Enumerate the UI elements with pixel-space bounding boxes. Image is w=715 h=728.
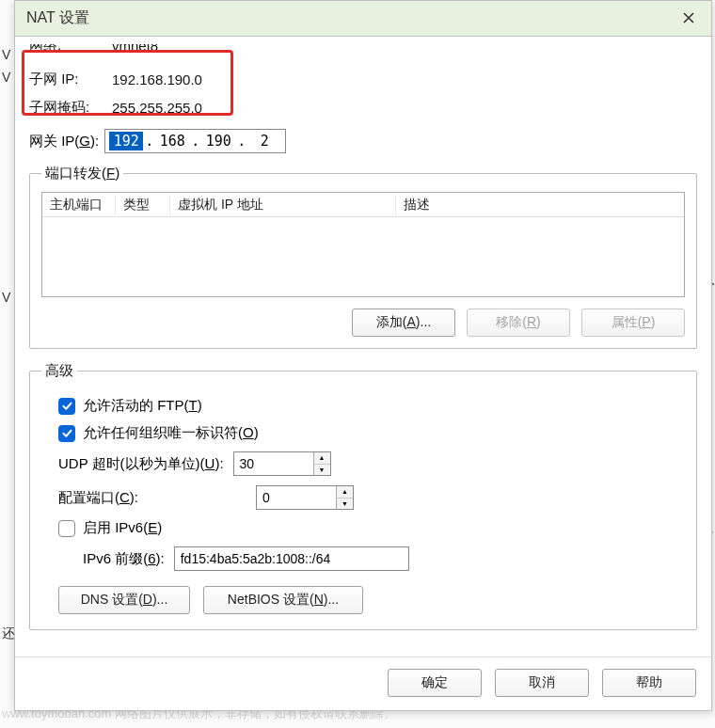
gateway-ip-input[interactable]: 192 . 168 . 190 . 2 (104, 129, 286, 153)
gateway-octet-3[interactable]: 190 (201, 132, 235, 150)
dns-settings-button[interactable]: DNS 设置(D)... (58, 586, 190, 614)
bg-fragment: V (2, 70, 10, 85)
gateway-octet-1[interactable]: 192 (109, 132, 143, 150)
col-vm-ip[interactable]: 虚拟机 IP 地址 (170, 195, 396, 215)
spinner-up-icon[interactable]: ▲ (337, 486, 353, 499)
help-button[interactable]: 帮助 (602, 669, 696, 697)
port-forward-legend: 端口转发(F) (41, 165, 123, 182)
titlebar: NAT 设置 (15, 1, 711, 37)
network-value: vmnet8 (112, 44, 158, 54)
ok-button[interactable]: 确定 (388, 669, 482, 697)
advanced-legend: 高级 (41, 362, 77, 380)
bg-fragment: 还 (2, 625, 15, 642)
ipv6-label: 启用 IPv6(E) (83, 519, 162, 537)
table-header: 主机端口 类型 虚拟机 IP 地址 描述 (42, 193, 684, 217)
subnet-mask-label: 子网掩码: (29, 99, 112, 117)
dialog-title: NAT 设置 (26, 8, 89, 28)
advanced-group: 高级 允许活动的 FTP(T) 允许任何组织唯一标识符(O) (29, 362, 697, 630)
subnet-ip-value: 192.168.190.0 (112, 71, 202, 87)
udp-timeout-label: UDP 超时(以秒为单位)(U): (58, 455, 224, 473)
subnet-mask-value: 255.255.255.0 (112, 100, 202, 116)
oui-checkbox[interactable] (58, 425, 75, 442)
remove-button: 移除(R) (467, 309, 570, 337)
spinner-down-icon[interactable]: ▼ (314, 465, 330, 476)
port-forward-table[interactable]: 主机端口 类型 虚拟机 IP 地址 描述 (41, 192, 685, 297)
col-desc[interactable]: 描述 (396, 195, 684, 215)
config-port-spinner[interactable]: ▲ ▼ (256, 485, 354, 510)
ipv6-checkbox[interactable] (58, 520, 75, 537)
gateway-label: 网关 IP(G): (29, 133, 99, 150)
config-port-label: 配置端口(C): (58, 489, 246, 507)
ipv6-prefix-label: IPv6 前缀(6): (83, 550, 165, 568)
ftp-label: 允许活动的 FTP(T) (83, 397, 202, 415)
port-forward-group: 端口转发(F) 主机端口 类型 虚拟机 IP 地址 描述 添加(A)... 移除… (29, 165, 697, 349)
ipv6-prefix-input[interactable] (174, 546, 409, 571)
bg-fragment: V (2, 290, 10, 305)
oui-label: 允许任何组织唯一标识符(O) (83, 424, 259, 442)
network-row: 网络: vmnet8 (29, 44, 697, 65)
spinner-down-icon[interactable]: ▼ (337, 499, 353, 510)
subnet-ip-row: 子网 IP: 192.168.190.0 (29, 65, 697, 93)
subnet-mask-row: 子网掩码: 255.255.255.0 (29, 93, 697, 121)
cancel-button[interactable]: 取消 (495, 669, 589, 697)
close-icon[interactable] (677, 9, 700, 28)
col-type[interactable]: 类型 (116, 195, 170, 215)
ftp-checkbox[interactable] (58, 398, 75, 415)
bg-fragment: V (2, 47, 10, 62)
nat-settings-dialog: NAT 设置 网络: vmnet8 子网 IP: 192.168.190.0 子… (14, 0, 712, 711)
dialog-footer: 确定 取消 帮助 (15, 657, 711, 710)
netbios-settings-button[interactable]: NetBIOS 设置(N)... (203, 586, 363, 614)
network-label: 网络: (29, 44, 112, 55)
subnet-ip-label: 子网 IP: (29, 71, 112, 88)
properties-button: 属性(P) (581, 309, 685, 337)
col-host-port[interactable]: 主机端口 (42, 195, 116, 215)
spinner-up-icon[interactable]: ▲ (314, 452, 330, 465)
udp-timeout-spinner[interactable]: ▲ ▼ (233, 451, 331, 476)
config-port-input[interactable] (257, 486, 336, 509)
gateway-octet-2[interactable]: 168 (155, 132, 189, 150)
gateway-octet-4[interactable]: 2 (247, 132, 281, 150)
udp-timeout-input[interactable] (234, 452, 313, 475)
add-button[interactable]: 添加(A)... (352, 309, 455, 337)
